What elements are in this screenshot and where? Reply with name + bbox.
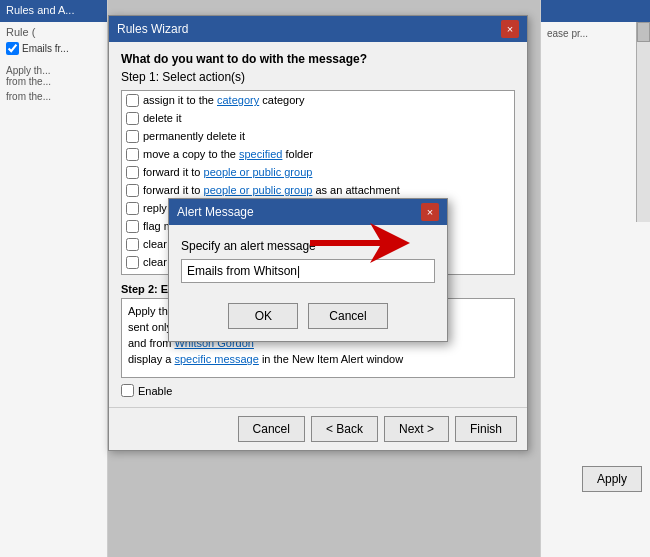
action-checkbox-forward1[interactable] xyxy=(126,166,139,179)
action-checkbox-delete[interactable] xyxy=(126,112,139,125)
action-checkbox-assign[interactable] xyxy=(126,94,139,107)
alert-label: Specify an alert message xyxy=(181,239,435,253)
alert-cancel-button[interactable]: Cancel xyxy=(308,303,387,329)
alert-title: Alert Message xyxy=(177,205,254,219)
action-checkbox-reply[interactable] xyxy=(126,202,139,215)
right-panel: ease pr... Apply xyxy=(540,0,650,557)
action-checkbox-forward2[interactable] xyxy=(126,184,139,197)
rules-wizard-close-button[interactable]: × xyxy=(501,20,519,38)
alert-titlebar: Alert Message × xyxy=(169,199,447,225)
action-label-forward1: forward it to people or public group xyxy=(143,164,312,180)
action-label-move-copy: move a copy to the specified folder xyxy=(143,146,313,162)
alert-close-button[interactable]: × xyxy=(421,203,439,221)
action-item-delete: delete it xyxy=(122,109,514,127)
back-button[interactable]: < Back xyxy=(311,416,378,442)
rules-wizard-titlebar: Rules Wizard × xyxy=(109,16,527,42)
people-group-link1[interactable]: people or public group xyxy=(204,166,313,178)
cancel-button[interactable]: Cancel xyxy=(238,416,305,442)
action-label-delete: delete it xyxy=(143,110,182,126)
rule-desc-line4-post: in the New Item Alert window xyxy=(259,353,403,365)
action-label-perm-delete: permanently delete it xyxy=(143,128,245,144)
enable-checkbox[interactable] xyxy=(121,384,134,397)
specific-message-link[interactable]: specific message xyxy=(174,353,258,365)
action-label-assign: assign it to the category category xyxy=(143,92,304,108)
rules-wizard-footer: Cancel < Back Next > Finish xyxy=(109,407,527,450)
action-item-move-copy: move a copy to the specified folder xyxy=(122,145,514,163)
alert-body: Specify an alert message xyxy=(169,225,447,293)
left-panel-content: Rule ( Emails fr... Apply th... from the… xyxy=(0,22,107,106)
next-button[interactable]: Next > xyxy=(384,416,449,442)
alert-ok-button[interactable]: OK xyxy=(228,303,298,329)
rule-desc-line4-pre: display a xyxy=(128,353,174,365)
enable-label: Enable xyxy=(138,385,172,397)
rules-wizard-step1-label: Step 1: Select action(s) xyxy=(121,70,515,84)
rule-desc-side: Apply th... from the... from the... xyxy=(6,65,101,102)
action-checkbox-mark[interactable] xyxy=(126,274,139,275)
people-group-link2[interactable]: people or public group xyxy=(204,184,313,196)
action-item-forward1: forward it to people or public group xyxy=(122,163,514,181)
category-link[interactable]: category xyxy=(217,94,259,106)
action-item-forward2: forward it to people or public group as … xyxy=(122,181,514,199)
finish-button[interactable]: Finish xyxy=(455,416,517,442)
left-panel: Rules and A... Rule ( Emails fr... Apply… xyxy=(0,0,108,557)
right-panel-title xyxy=(541,0,650,22)
rule-desc-line4: display a specific message in the New It… xyxy=(128,351,508,367)
apply-button[interactable]: Apply xyxy=(582,466,642,492)
right-panel-content: ease pr... xyxy=(541,22,650,45)
action-checkbox-move-copy[interactable] xyxy=(126,148,139,161)
rule-label: Emails fr... xyxy=(22,43,69,54)
action-label-forward2: forward it to people or public group as … xyxy=(143,182,400,198)
rules-wizard-question: What do you want to do with the message? xyxy=(121,52,515,66)
action-item-assign: assign it to the category category xyxy=(122,91,514,109)
rules-wizard-title: Rules Wizard xyxy=(117,22,188,36)
action-item-perm-delete: permanently delete it xyxy=(122,127,514,145)
action-checkbox-perm-delete[interactable] xyxy=(126,130,139,143)
action-checkbox-clear-mess[interactable] xyxy=(126,256,139,269)
alert-footer: OK Cancel xyxy=(169,293,447,341)
action-checkbox-flag[interactable] xyxy=(126,220,139,233)
rule-checkbox[interactable] xyxy=(6,42,19,55)
action-checkbox-clear-m[interactable] xyxy=(126,238,139,251)
alert-dialog: Alert Message × Specify an alert message… xyxy=(168,198,448,342)
left-panel-title: Rules and A... xyxy=(0,0,107,22)
specified-link[interactable]: specified xyxy=(239,148,282,160)
enable-row: Enable xyxy=(121,384,515,397)
alert-input[interactable] xyxy=(181,259,435,283)
